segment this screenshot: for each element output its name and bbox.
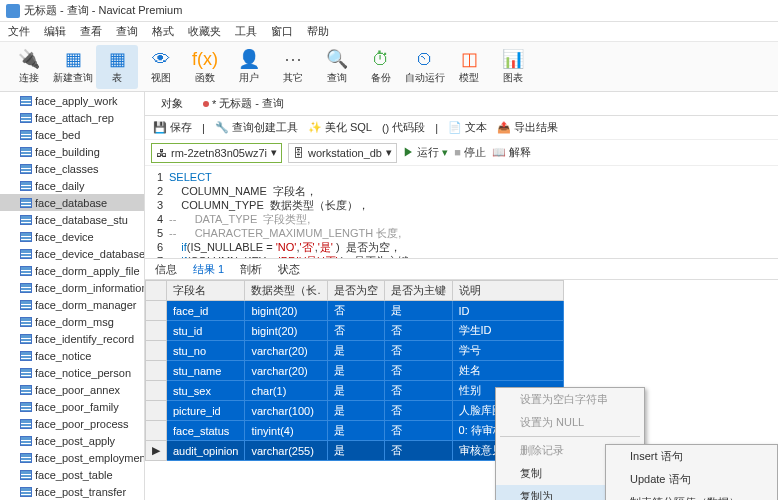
explain-button[interactable]: 📖 解释 bbox=[492, 145, 531, 160]
cell[interactable]: varchar(100) bbox=[245, 401, 327, 421]
cell[interactable]: 否 bbox=[384, 441, 452, 461]
tree-item-face_dorm_msg[interactable]: face_dorm_msg bbox=[0, 313, 144, 330]
tool-视图[interactable]: 👁视图 bbox=[140, 45, 182, 89]
cell[interactable]: 是 bbox=[327, 441, 384, 461]
cell[interactable]: 否 bbox=[384, 341, 452, 361]
tree-item-face_device_database[interactable]: face_device_database bbox=[0, 245, 144, 262]
tree-item-face_post_apply[interactable]: face_post_apply bbox=[0, 432, 144, 449]
tree-item-face_post_transfer[interactable]: face_post_transfer bbox=[0, 483, 144, 500]
tab-objects[interactable]: 对象 bbox=[155, 93, 189, 114]
cell[interactable]: 否 bbox=[327, 301, 384, 321]
ctx-制表符分隔值（数据）[interactable]: 制表符分隔值（数据） bbox=[606, 491, 777, 500]
menu-工具[interactable]: 工具 bbox=[235, 24, 257, 39]
cell[interactable]: 否 bbox=[384, 401, 452, 421]
col-header[interactable]: 是否为空 bbox=[327, 281, 384, 301]
tree-item-face_notice_person[interactable]: face_notice_person bbox=[0, 364, 144, 381]
tool-模型[interactable]: ◫模型 bbox=[448, 45, 490, 89]
export-button[interactable]: 📤 导出结果 bbox=[497, 120, 558, 135]
cell[interactable]: bigint(20) bbox=[245, 301, 327, 321]
cell[interactable]: 否 bbox=[384, 381, 452, 401]
cell[interactable]: audit_opinion bbox=[167, 441, 245, 461]
tree-item-face_notice[interactable]: face_notice bbox=[0, 347, 144, 364]
menu-查看[interactable]: 查看 bbox=[80, 24, 102, 39]
menu-文件[interactable]: 文件 bbox=[8, 24, 30, 39]
query-builder-button[interactable]: 🔧 查询创建工具 bbox=[215, 120, 298, 135]
col-header[interactable]: 是否为主键 bbox=[384, 281, 452, 301]
menu-编辑[interactable]: 编辑 bbox=[44, 24, 66, 39]
cell[interactable]: varchar(20) bbox=[245, 361, 327, 381]
cell[interactable]: face_status bbox=[167, 421, 245, 441]
tab-profile[interactable]: 剖析 bbox=[240, 259, 262, 280]
ctx-Insert 语句[interactable]: Insert 语句 bbox=[606, 445, 777, 468]
cell[interactable]: 学生ID bbox=[452, 321, 563, 341]
cell[interactable]: bigint(20) bbox=[245, 321, 327, 341]
tool-连接[interactable]: 🔌连接 bbox=[8, 45, 50, 89]
tool-其它[interactable]: ⋯其它 bbox=[272, 45, 314, 89]
tool-用户[interactable]: 👤用户 bbox=[228, 45, 270, 89]
cell[interactable]: stu_name bbox=[167, 361, 245, 381]
cell[interactable]: varchar(255) bbox=[245, 441, 327, 461]
tree-item-face_identify_record[interactable]: face_identify_record bbox=[0, 330, 144, 347]
tab-info[interactable]: 信息 bbox=[155, 259, 177, 280]
tree-item-face_building[interactable]: face_building bbox=[0, 143, 144, 160]
cell[interactable]: 是 bbox=[327, 401, 384, 421]
cell[interactable]: tinyint(4) bbox=[245, 421, 327, 441]
tree-item-face_poor_family[interactable]: face_poor_family bbox=[0, 398, 144, 415]
tree-item-face_poor_annex[interactable]: face_poor_annex bbox=[0, 381, 144, 398]
tree-item-face_post_employment[interactable]: face_post_employment bbox=[0, 449, 144, 466]
cell[interactable]: 否 bbox=[384, 321, 452, 341]
cell[interactable]: ID bbox=[452, 301, 563, 321]
cell[interactable]: 是 bbox=[327, 361, 384, 381]
object-tree[interactable]: face_apply_workface_attach_repface_bedfa… bbox=[0, 92, 145, 500]
menu-帮助[interactable]: 帮助 bbox=[307, 24, 329, 39]
tree-item-face_apply_work[interactable]: face_apply_work bbox=[0, 92, 144, 109]
tree-item-face_database_stu[interactable]: face_database_stu bbox=[0, 211, 144, 228]
text-button[interactable]: 📄 文本 bbox=[448, 120, 487, 135]
tool-备份[interactable]: ⏱备份 bbox=[360, 45, 402, 89]
cell[interactable]: stu_sex bbox=[167, 381, 245, 401]
tree-item-face_dorm_manager[interactable]: face_dorm_manager bbox=[0, 296, 144, 313]
menu-收藏夹[interactable]: 收藏夹 bbox=[188, 24, 221, 39]
beautify-sql-button[interactable]: ✨ 美化 SQL bbox=[308, 120, 372, 135]
cell[interactable]: 否 bbox=[327, 321, 384, 341]
tree-item-face_device[interactable]: face_device bbox=[0, 228, 144, 245]
tool-函数[interactable]: f(x)函数 bbox=[184, 45, 226, 89]
ctx-Update 语句[interactable]: Update 语句 bbox=[606, 468, 777, 491]
col-header[interactable]: 数据类型（长. bbox=[245, 281, 327, 301]
menu-窗口[interactable]: 窗口 bbox=[271, 24, 293, 39]
tab-query[interactable]: * 无标题 - 查询 bbox=[197, 93, 290, 114]
cell[interactable]: 是 bbox=[384, 301, 452, 321]
tab-result1[interactable]: 结果 1 bbox=[193, 259, 224, 280]
tree-item-face_bed[interactable]: face_bed bbox=[0, 126, 144, 143]
server-dropdown[interactable]: 🖧 rm-2zetn83n05wz7i ▾ bbox=[151, 143, 282, 163]
cell[interactable]: 是 bbox=[327, 381, 384, 401]
cell[interactable]: 姓名 bbox=[452, 361, 563, 381]
tree-item-face_post_table[interactable]: face_post_table bbox=[0, 466, 144, 483]
database-dropdown[interactable]: 🗄 workstation_db ▾ bbox=[288, 143, 397, 163]
tool-新建查询[interactable]: ▦新建查询 bbox=[52, 45, 94, 89]
context-submenu-copy-as[interactable]: Insert 语句Update 语句制表符分隔值（数据）制表符分隔值（字段名）制… bbox=[605, 444, 778, 500]
tab-status[interactable]: 状态 bbox=[278, 259, 300, 280]
col-header[interactable]: 字段名 bbox=[167, 281, 245, 301]
sql-editor[interactable]: 123456789 SELECT COLUMN_NAME 字段名， COLUMN… bbox=[145, 166, 778, 258]
tool-自动运行[interactable]: ⏲自动运行 bbox=[404, 45, 446, 89]
cell[interactable]: 是 bbox=[327, 341, 384, 361]
code-segment-button[interactable]: () 代码段 bbox=[382, 120, 425, 135]
tree-item-face_classes[interactable]: face_classes bbox=[0, 160, 144, 177]
cell[interactable]: char(1) bbox=[245, 381, 327, 401]
tool-表[interactable]: ▦表 bbox=[96, 45, 138, 89]
menu-查询[interactable]: 查询 bbox=[116, 24, 138, 39]
cell[interactable]: 否 bbox=[384, 361, 452, 381]
run-button[interactable]: ▶ 运行 ▾ bbox=[403, 145, 448, 160]
tree-item-face_poor_process[interactable]: face_poor_process bbox=[0, 415, 144, 432]
tool-图表[interactable]: 📊图表 bbox=[492, 45, 534, 89]
cell[interactable]: stu_no bbox=[167, 341, 245, 361]
tree-item-face_dorm_information[interactable]: face_dorm_information bbox=[0, 279, 144, 296]
tree-item-face_daily[interactable]: face_daily bbox=[0, 177, 144, 194]
cell[interactable]: varchar(20) bbox=[245, 341, 327, 361]
tool-查询[interactable]: 🔍查询 bbox=[316, 45, 358, 89]
cell[interactable]: stu_id bbox=[167, 321, 245, 341]
cell[interactable]: picture_id bbox=[167, 401, 245, 421]
cell[interactable]: 是 bbox=[327, 421, 384, 441]
tree-item-face_dorm_apply_file[interactable]: face_dorm_apply_file bbox=[0, 262, 144, 279]
